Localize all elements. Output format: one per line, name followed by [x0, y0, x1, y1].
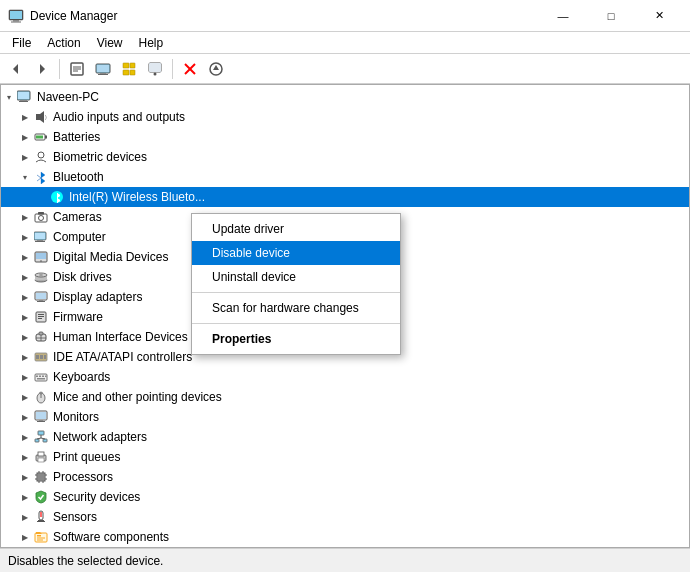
tree-item-mice[interactable]: ▶ Mice and other pointing devices	[1, 387, 689, 407]
expand-hid[interactable]: ▶	[17, 327, 33, 347]
sensors-icon	[33, 509, 49, 525]
menu-view[interactable]: View	[89, 34, 131, 52]
svg-rect-68	[44, 355, 46, 359]
svg-text:): )	[45, 114, 47, 120]
svg-line-86	[37, 438, 41, 439]
maximize-button[interactable]: □	[588, 0, 634, 32]
sw-components-icon	[33, 529, 49, 545]
delete-button[interactable]	[178, 57, 202, 81]
tree-item-batteries[interactable]: ▶ Batteries	[1, 127, 689, 147]
svg-rect-33	[36, 136, 43, 139]
svg-point-77	[40, 392, 43, 394]
cameras-label: Cameras	[53, 210, 102, 224]
security-icon	[33, 489, 49, 505]
ctx-properties[interactable]: Properties	[192, 327, 400, 351]
svg-rect-80	[39, 420, 43, 421]
ctx-disable-device[interactable]: Disable device	[192, 241, 400, 265]
expand-digital[interactable]: ▶	[17, 247, 33, 267]
biometric-label: Biometric devices	[53, 150, 147, 164]
svg-point-35	[38, 152, 44, 158]
expand-batteries[interactable]: ▶	[17, 127, 33, 147]
main-area: ▾ Naveen-PC ▶ ) Aud	[0, 84, 690, 548]
expand-mice[interactable]: ▶	[17, 387, 33, 407]
menu-file[interactable]: File	[4, 34, 39, 52]
back-button[interactable]	[4, 57, 28, 81]
display-icon	[33, 289, 49, 305]
svg-rect-83	[35, 439, 39, 442]
svg-rect-107	[37, 538, 45, 539]
expand-display[interactable]: ▶	[17, 287, 33, 307]
svg-rect-92	[38, 474, 44, 480]
monitors-label: Monitors	[53, 410, 99, 424]
ide-label: IDE ATA/ATAPI controllers	[53, 350, 192, 364]
close-button[interactable]: ✕	[636, 0, 682, 32]
forward-button[interactable]	[30, 57, 54, 81]
expand-print[interactable]: ▶	[17, 447, 33, 467]
scan-changes-button[interactable]	[143, 57, 167, 81]
ctx-scan-hardware[interactable]: Scan for hardware changes	[192, 296, 400, 320]
menu-action[interactable]: Action	[39, 34, 88, 52]
svg-rect-1	[10, 11, 22, 19]
expand-bluetooth[interactable]: ▾	[17, 167, 33, 187]
tree-root[interactable]: ▾ Naveen-PC	[1, 87, 689, 107]
tree-item-audio[interactable]: ▶ ) Audio inputs and outputs	[1, 107, 689, 127]
keyboards-label: Keyboards	[53, 370, 110, 384]
tree-item-monitors[interactable]: ▶ Monitors	[1, 407, 689, 427]
svg-rect-54	[36, 293, 46, 299]
tree-item-network[interactable]: ▶ Network adapters	[1, 427, 689, 447]
tree-item-security[interactable]: ▶ Security devices	[1, 487, 689, 507]
device-manager-toolbar-button[interactable]	[91, 57, 115, 81]
show-hidden-button[interactable]	[117, 57, 141, 81]
bluetooth-label: Bluetooth	[53, 170, 104, 184]
hid-icon	[33, 329, 49, 345]
network-label: Network adapters	[53, 430, 147, 444]
mice-label: Mice and other pointing devices	[53, 390, 222, 404]
properties-toolbar-button[interactable]	[65, 57, 89, 81]
expand-ide[interactable]: ▶	[17, 347, 33, 367]
tree-item-keyboards[interactable]: ▶ Keyboards	[1, 367, 689, 387]
tree-item-print[interactable]: ▶ Print queues	[1, 447, 689, 467]
expand-security[interactable]: ▶	[17, 487, 33, 507]
expand-audio[interactable]: ▶	[17, 107, 33, 127]
tree-item-bt-device[interactable]: Intel(R) Wireless Blueto...	[1, 187, 689, 207]
digital-label: Digital Media Devices	[53, 250, 168, 264]
svg-rect-81	[37, 421, 45, 422]
hid-label: Human Interface Devices	[53, 330, 188, 344]
expand-keyboards[interactable]: ▶	[17, 367, 33, 387]
computer-icon-2	[33, 229, 49, 245]
expand-root[interactable]: ▾	[1, 87, 17, 107]
expand-sw-components[interactable]: ▶	[17, 527, 33, 547]
ctx-update-driver[interactable]: Update driver	[192, 217, 400, 241]
expand-sensors[interactable]: ▶	[17, 507, 33, 527]
svg-point-48	[40, 260, 42, 262]
expand-processors[interactable]: ▶	[17, 467, 33, 487]
tree-item-bluetooth[interactable]: ▾ Bluetooth	[1, 167, 689, 187]
bt-device-label: Intel(R) Wireless Blueto...	[69, 190, 205, 204]
menu-help[interactable]: Help	[131, 34, 172, 52]
expand-firmware[interactable]: ▶	[17, 307, 33, 327]
tree-item-sw-components[interactable]: ▶ Software components	[1, 527, 689, 547]
svg-rect-29	[36, 114, 40, 120]
window-title: Device Manager	[30, 9, 540, 23]
svg-marker-30	[40, 111, 44, 123]
tree-item-biometric[interactable]: ▶ Biometric devices	[1, 147, 689, 167]
audio-icon: )	[33, 109, 49, 125]
title-bar: Device Manager — □ ✕	[0, 0, 690, 32]
tree-item-processors[interactable]: ▶ Processors	[1, 467, 689, 487]
print-label: Print queues	[53, 450, 120, 464]
expand-network[interactable]: ▶	[17, 427, 33, 447]
ctx-uninstall-device[interactable]: Uninstall device	[192, 265, 400, 289]
svg-rect-55	[39, 300, 43, 301]
expand-computer[interactable]: ▶	[17, 227, 33, 247]
expand-biometric[interactable]: ▶	[17, 147, 33, 167]
svg-rect-16	[123, 70, 129, 75]
svg-point-20	[154, 72, 157, 75]
minimize-button[interactable]: —	[540, 0, 586, 32]
expand-monitors[interactable]: ▶	[17, 407, 33, 427]
expand-disk[interactable]: ▶	[17, 267, 33, 287]
expand-cameras[interactable]: ▶	[17, 207, 33, 227]
tree-item-sensors[interactable]: ▶ Sensors	[1, 507, 689, 527]
svg-rect-70	[36, 376, 38, 378]
digital-media-icon	[33, 249, 49, 265]
update-driver-button[interactable]	[204, 57, 228, 81]
